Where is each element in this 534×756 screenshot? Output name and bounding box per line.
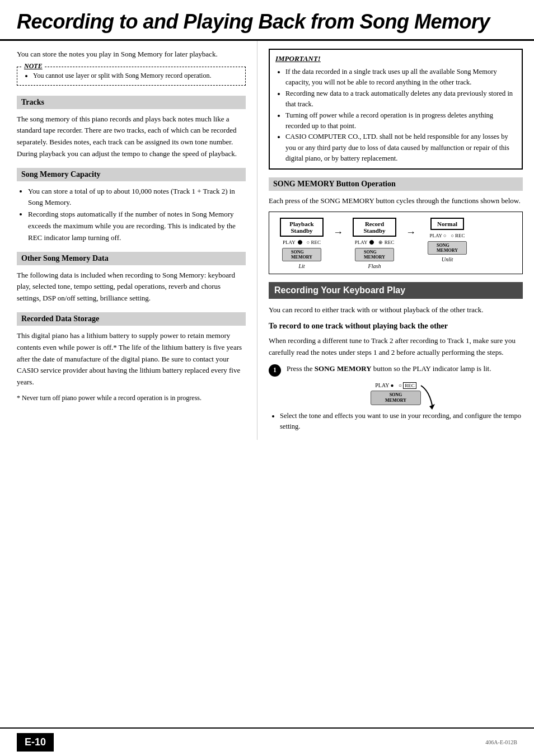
record-one-track-text: When recording a different tune to Track…	[269, 335, 523, 359]
rec-label-3: ○ REC	[451, 233, 465, 238]
important-label: IMPORTANT!	[275, 54, 516, 63]
recorded-data-storage-text: This digital piano has a lithium battery…	[17, 330, 246, 388]
rec-indicator-text: ○ REC	[399, 382, 416, 388]
important-item-2: Recording new data to a track automatica…	[285, 88, 516, 110]
play-label-2: PLAY	[355, 240, 368, 245]
button-diagram: PlaybackStandby PLAY ○ REC SONGMEMORY Li…	[269, 212, 523, 274]
page-footer: E-10 406A-E-012B	[0, 727, 534, 756]
step-1-bullet-list: Select the tone and effects you want to …	[280, 411, 523, 433]
important-item-4: CASIO COMPUTER CO., LTD. shall not be he…	[285, 132, 516, 164]
note-box: NOTE You cannot use layer or split with …	[17, 67, 246, 86]
state-playback-standby: PlaybackStandby PLAY ○ REC SONGMEMORY Li…	[274, 218, 330, 269]
song-memory-button-header: SONG MEMORY Button Operation	[269, 177, 523, 191]
step-1-text: Press the SONG MEMORY button so the PLAY…	[287, 363, 523, 377]
capacity-item-1: You can store a total of up to about 10,…	[28, 186, 246, 209]
footer-code: 406A-E-012B	[485, 739, 517, 745]
playback-standby-indicators: PLAY ○ REC	[283, 240, 321, 245]
important-box: IMPORTANT! If the data recorded in a sin…	[269, 49, 523, 170]
record-standby-box: RecordStandby	[353, 218, 396, 237]
right-column: IMPORTANT! If the data recorded in a sin…	[257, 41, 534, 440]
play-indicator-text: PLAY ●	[375, 382, 394, 388]
recording-intro: You can record to either track with or w…	[269, 304, 523, 316]
sm-button-leds: PLAY ● ○ REC	[375, 382, 416, 388]
arrow-1: →	[333, 227, 343, 238]
recording-keyboard-play-header: Recording Your Keyboard Play	[269, 282, 523, 299]
intro-text: You can store the notes you play in Song…	[17, 49, 246, 60]
rec-box: REC	[403, 382, 416, 389]
state-record-standby: RecordStandby PLAY ⊕ REC SONGMEMORY Flas…	[346, 218, 402, 269]
state-1-caption: Lit	[298, 263, 305, 269]
footer-badge: E-10	[17, 733, 54, 752]
important-item-3: Turning off power while a record operati…	[285, 110, 516, 132]
sm-button-body-container: SONGMEMORY	[371, 391, 421, 405]
arrow-2: →	[406, 227, 416, 238]
state-normal: Normal PLAY ○ ○ REC SONGMEMORY Unlit	[419, 218, 475, 262]
note-list: You cannot use layer or split with Song …	[33, 71, 240, 81]
state-2-caption: Flash	[368, 263, 381, 269]
play-led-1	[298, 240, 302, 245]
record-one-track-header: To record to one track without playing b…	[269, 322, 523, 331]
sm-box-1: SONGMEMORY	[282, 248, 321, 261]
important-list: If the data recorded in a single track u…	[285, 67, 516, 164]
record-standby-indicators: PLAY ⊕ REC	[355, 240, 394, 245]
step-1-block: 1 Press the SONG MEMORY button so the PL…	[269, 363, 523, 377]
page-title: Recording to and Playing Back from Song …	[17, 10, 517, 34]
play-label-3: PLAY ○	[429, 233, 446, 238]
sm-button-illustration: PLAY ● ○ REC SONGMEMORY	[351, 382, 441, 405]
page: Recording to and Playing Back from Song …	[0, 0, 534, 756]
playback-standby-box: PlaybackStandby	[280, 218, 324, 237]
main-content: You can store the notes you play in Song…	[0, 41, 534, 440]
song-memory-bold: SONG MEMORY	[315, 364, 372, 373]
normal-box: Normal	[430, 218, 464, 230]
rec-label-1: ○ REC	[307, 240, 321, 245]
play-led-2	[369, 240, 374, 245]
note-label: NOTE	[22, 62, 45, 71]
sm-box-2: SONGMEMORY	[355, 248, 394, 261]
normal-indicators: PLAY ○ ○ REC	[429, 233, 465, 238]
sm-button-body: SONGMEMORY	[371, 391, 421, 405]
step-1-text-after: button so the PLAY indicator lamp is lit…	[372, 364, 491, 373]
page-title-area: Recording to and Playing Back from Song …	[0, 0, 534, 41]
recorded-data-storage-header: Recorded Data Storage	[17, 312, 246, 326]
note-item-1: You cannot use layer or split with Song …	[33, 71, 240, 81]
capacity-item-2: Recording stops automatically if the num…	[28, 209, 246, 243]
play-label-1: PLAY	[283, 240, 296, 245]
step-1-circle: 1	[269, 364, 281, 377]
finger-svg	[415, 383, 443, 411]
left-column: You can store the notes you play in Song…	[0, 41, 257, 440]
sm-box-3: SONGMEMORY	[428, 241, 467, 255]
song-memory-capacity-header: Song Memory Capacity	[17, 168, 246, 181]
tracks-header: Tracks	[17, 96, 246, 109]
state-3-caption: Unlit	[442, 256, 453, 262]
rec-label-2: ⊕ REC	[378, 240, 394, 245]
other-song-memory-header: Other Song Memory Data	[17, 252, 246, 265]
song-memory-button-section: SONG MEMORY Button Operation Each press …	[269, 177, 523, 274]
song-memory-capacity-list: You can store a total of up to about 10,…	[28, 186, 246, 244]
step-1-bullet: Select the tone and effects you want to …	[280, 411, 523, 433]
recorded-data-footnote: * Never turn off piano power while a rec…	[17, 393, 246, 403]
important-item-1: If the data recorded in a single track u…	[285, 67, 516, 88]
tracks-text: The song memory of this piano records an…	[17, 114, 246, 160]
other-song-memory-text: The following data is included when reco…	[17, 270, 246, 304]
song-memory-button-text: Each press of the SONG MEMORY button cyc…	[269, 195, 523, 207]
